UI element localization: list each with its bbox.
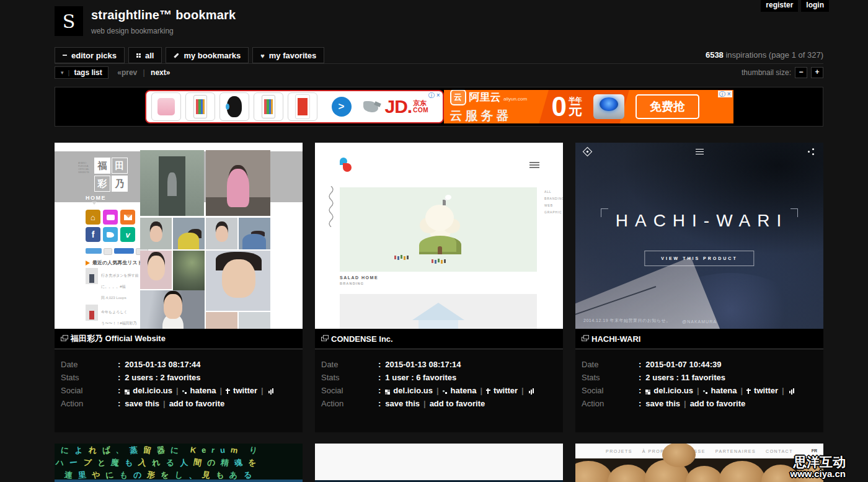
tags-list-button[interactable]: ▾ | tags list [55,66,108,79]
ad-arrow-button[interactable]: > [332,97,352,117]
delicious-link[interactable]: del.icio.us [385,386,433,395]
thumbnail-fukuda-website[interactable]: AYANO FUKUDA OFFICIAL WEBSITE 福田 彩乃 HOME… [55,143,303,329]
stats-chart-icon[interactable] [529,388,535,393]
stats-value: 1 user : 6 favorites [385,373,456,382]
fukuda-home-link[interactable]: HOME [86,195,106,201]
social-label: Social [61,384,118,397]
wood-site-nav: PROJETS À PROPOS PRESSE PARTENAIRES CONT… [575,444,823,458]
next-link[interactable]: next» [151,68,170,77]
ad-info-icon[interactable]: ⓘ [719,91,725,97]
mail-icon[interactable] [120,210,135,225]
tab-editor-picks[interactable]: editor picks [55,47,125,63]
action-label: Action [61,397,118,410]
hatena-link[interactable]: hatena [443,386,477,395]
flag-icon [86,261,90,266]
tab-my-bookmarks[interactable]: my bookmarks [166,47,249,63]
add-to-favorite-link[interactable]: add to favorite [169,399,225,408]
twitter-icon [487,388,489,394]
corner-bracket-left [601,208,608,217]
photo [239,312,270,329]
hachiwari-title-row: HACHI-WARI [575,212,823,230]
delicious-link[interactable]: del.icio.us [645,386,693,395]
playlist-item[interactable]: 行き先ボタンを押す前に。。。。#福田.4,023 Loops [86,268,139,301]
tab-my-favorites[interactable]: my favorites [252,47,324,63]
ad-controls: ⓘ × [427,92,441,99]
condense-caption: SALAD HOME [340,275,378,280]
thumbnail-matrix-text-website[interactable]: によれば、蒸留器に Kerum り ハーブと魔も入れる人間の精魂を 連里やにもの… [55,444,303,482]
playlist-item[interactable]: 今年もよろしくう〜〜！！#福田彩乃565 Loops [86,305,139,329]
stats-chart-icon[interactable] [268,388,275,393]
share-buttons[interactable] [86,248,148,255]
condense-second-panel [340,294,537,329]
jd-ad[interactable]: > JD. 京东 COM ⓘ × [145,90,444,123]
scattered-text-line: ハーブと魔も入れる人間の精魂を [56,457,262,468]
tab-label: my favorites [269,51,317,60]
hatena-link[interactable]: hatena [182,386,216,395]
site-subtitle: web design bookmarking [91,27,236,35]
cloud-server-icon [593,94,624,119]
thumbnail-smaller-button[interactable]: − [795,67,807,78]
nav-link[interactable]: CONTACT [766,449,793,453]
facebook-icon[interactable]: f [86,227,100,242]
chevron-down-icon: ▾ [61,69,64,76]
scattered-text-line: によれば、蒸留器に Kerum り [61,445,263,456]
save-this-link[interactable]: save this [125,399,159,408]
thumbnail-larger-button[interactable]: + [811,67,823,78]
main-nav: editor picks all my bookmarks my favorit… [55,47,823,64]
tab-all[interactable]: all [128,47,162,63]
login-button[interactable]: login [801,0,829,12]
thumbnail-white-website[interactable] [315,444,563,482]
ad-info-icon[interactable]: ⓘ [428,92,435,99]
prev-link[interactable]: «prev [117,68,137,77]
jd-dog-logo-icon [363,101,378,112]
twitter-link[interactable]: twitter [226,386,257,395]
hatena-icon [182,390,184,392]
share-icon [808,148,815,154]
vine-icon[interactable]: v [120,227,135,242]
photo [173,251,205,290]
aliyun-brand: 阿里云 [469,91,501,103]
home-icon[interactable]: ⌂ [86,210,100,225]
thumbnail-wood-logs-website[interactable]: PROJETS À PROPOS PRESSE PARTENAIRES CONT… [575,444,823,482]
delicious-icon [385,390,388,392]
stats-label: Stats [61,371,118,384]
save-this-link[interactable]: save this [645,399,680,408]
stats-value: 2 users : 11 favorites [645,373,725,382]
nav-link[interactable]: PARTENAIRES [715,449,756,453]
ad-close-icon[interactable]: × [436,92,440,99]
delicious-link[interactable]: del.icio.us [125,386,172,395]
twitter-bird-icon[interactable] [103,227,118,242]
twitter-link[interactable]: twitter [486,386,518,395]
ad-controls: ⓘ × [718,91,732,97]
date-label: Date [321,358,378,371]
view-product-button[interactable]: VIEW THIS PRODUCT [644,251,754,266]
card-title-link[interactable]: HACHI-WARI [591,334,640,344]
photo [140,290,205,329]
aliyun-ad[interactable]: 云 阿里云 aliyun.com 云服务器 0 半年 元 免费抢 ⓘ [444,90,733,123]
ad-close-icon[interactable]: × [727,91,731,97]
fukuda-logo-caption: AYANO FUKUDA OFFICIAL WEBSITE [78,161,92,186]
card-title-link[interactable]: 福田彩乃 Official Website [71,333,166,344]
heart-icon [260,51,265,60]
site-logo[interactable]: S [55,6,83,36]
register-button[interactable]: register [761,0,798,12]
thumbnail-hachiwari-website[interactable]: HACHI-WARI VIEW THIS PRODUCT 2014.12.19 … [575,143,823,329]
card-title-bar: 福田彩乃 Official Website [55,329,303,349]
aliyun-cta-button[interactable]: 免费抢 [636,94,699,119]
add-to-favorite-link[interactable]: add to favorite [430,399,485,408]
tags-list-label: tags list [74,68,102,77]
card-title-link[interactable]: CONDENSE Inc. [331,334,393,344]
twitter-icon [748,388,749,394]
add-to-favorite-link[interactable]: add to favorite [690,399,746,408]
page: register login S straightline™ bookmark … [0,0,868,482]
hatena-link[interactable]: hatena [703,386,737,395]
hachiwari-notice: 2014.12.19 年末年始営業日のお知らせ。 [583,318,671,324]
social-label: Social [321,384,378,397]
nav-link[interactable]: PROJETS [606,449,632,453]
tv-icon[interactable] [103,210,118,225]
language-switch[interactable]: FR [812,449,817,453]
thumbnail-condense-website[interactable]: ALL BRANDING WEB GRAPHIC SALAD HOME BRAN… [315,143,563,329]
twitter-link[interactable]: twitter [746,386,778,395]
stats-chart-icon[interactable] [789,388,795,393]
save-this-link[interactable]: save this [385,399,420,408]
